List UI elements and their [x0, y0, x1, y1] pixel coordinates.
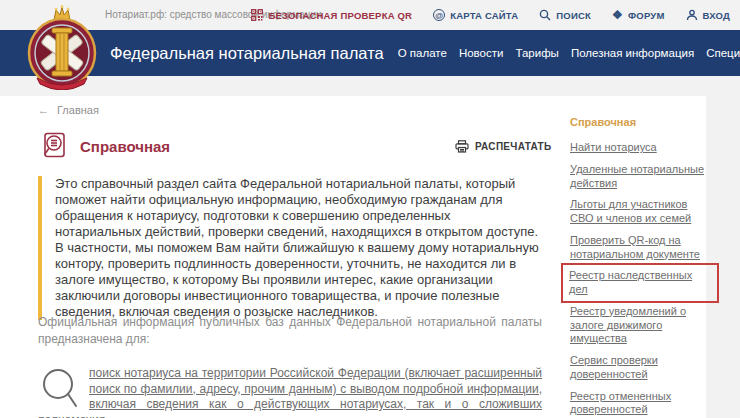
section-header: Справочная — [40, 132, 170, 160]
fnp-emblem-logo[interactable] — [27, 4, 97, 90]
top-utility-bar: Нотариат.рф: средство массовой информаци… — [0, 0, 740, 30]
sidebar-link[interactable]: Найти нотариуса — [570, 141, 710, 155]
back-arrow-icon: ← — [38, 104, 49, 116]
login-link[interactable]: ВХОД — [686, 9, 730, 21]
nav-menu-item[interactable]: Полезная информация — [571, 47, 694, 59]
sidebar-link[interactable]: Сервис проверки доверенностей — [570, 354, 710, 382]
sidebar-links: Найти нотариусаУдаленные нотариальные де… — [570, 141, 710, 418]
notary-search-item: поиск нотариуса на территории Российской… — [38, 366, 542, 418]
safe-qr-check-link[interactable]: БЕЗОПАСНАЯ ПРОВЕРКА QR — [251, 9, 412, 21]
nav-menu-item[interactable]: Новости — [459, 47, 504, 59]
print-button[interactable]: РАСПЕЧАТАТЬ — [455, 140, 551, 153]
search-link[interactable]: ПОИСК — [539, 9, 591, 21]
printer-icon — [455, 140, 469, 153]
nav-menu-item[interactable]: О палате — [398, 47, 447, 59]
safe-qr-check-label: БЕЗОПАСНАЯ ПРОВЕРКА QR — [268, 10, 412, 21]
breadcrumb-home-link[interactable]: Главная — [57, 104, 99, 116]
sidebar: Справочная Найти нотариусаУдаленные нота… — [570, 116, 710, 418]
sitemap-icon: @ — [433, 9, 445, 21]
user-icon — [686, 9, 698, 21]
print-label: РАСПЕЧАТАТЬ — [475, 141, 551, 152]
reference-section-icon — [40, 132, 68, 160]
sidebar-link[interactable]: Реестр уведомлений о залоге движимого им… — [570, 305, 710, 346]
qr-code-icon — [251, 9, 263, 21]
nav-menu-item[interactable]: Специалистам — [706, 47, 740, 59]
forum-link[interactable]: ❖ ФОРУМ — [612, 9, 665, 21]
content-card: ← Главная Справочная — [0, 96, 706, 418]
forum-icon: ❖ — [612, 9, 623, 21]
topbar-links: БЕЗОПАСНАЯ ПРОВЕРКА QR @ КАРТА САЙТА ПОИ… — [251, 0, 730, 30]
page: Нотариат.рф: средство массовой информаци… — [0, 0, 740, 418]
site-title[interactable]: Федеральная нотариальная палата — [110, 44, 384, 63]
sidebar-link[interactable]: Реестр отмененных доверенностей — [570, 390, 710, 418]
intro-paragraph: Это справочный раздел сайта Федеральной … — [38, 176, 540, 320]
database-note: Официальная информация публичных баз дан… — [38, 314, 542, 348]
notary-search-link[interactable]: поиск нотариуса на территории Российской… — [38, 366, 542, 418]
page-title: Справочная — [80, 138, 170, 155]
magnifier-icon — [38, 366, 82, 410]
main-menu: О палатеНовостиТарифыПолезная информация… — [398, 47, 740, 59]
sidebar-link[interactable]: Реестр наследственных дел — [561, 263, 719, 303]
search-label: ПОИСК — [556, 10, 591, 21]
sidebar-title: Справочная — [570, 116, 710, 128]
breadcrumb[interactable]: ← Главная — [38, 104, 99, 116]
main-nav-bar: Федеральная нотариальная палата О палате… — [0, 30, 740, 76]
nav-menu-item[interactable]: Тарифы — [515, 47, 558, 59]
sitemap-label: КАРТА САЙТА — [450, 10, 518, 21]
search-icon — [539, 9, 551, 21]
sidebar-link[interactable]: Льготы для участников СВО и членов их се… — [570, 198, 710, 226]
sidebar-link[interactable]: Удаленные нотариальные действия — [570, 163, 710, 191]
login-label: ВХОД — [703, 10, 730, 21]
forum-label: ФОРУМ — [628, 10, 665, 21]
sidebar-link[interactable]: Проверить QR-код на нотариальном докумен… — [570, 234, 710, 262]
sitemap-link[interactable]: @ КАРТА САЙТА — [433, 9, 518, 21]
